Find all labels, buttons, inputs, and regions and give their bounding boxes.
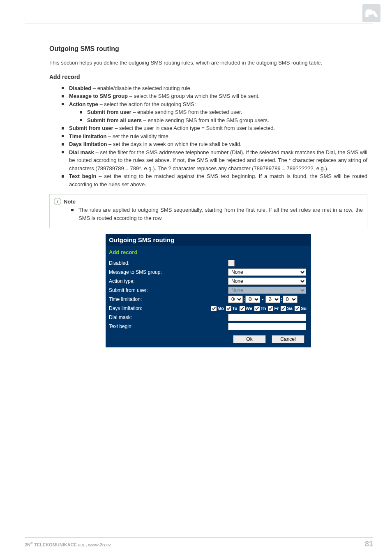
list-item: Time limitation – set the rule validity …: [69, 132, 367, 141]
day-sa-checkbox[interactable]: [281, 306, 286, 311]
subsection-heading: Add record: [49, 74, 367, 80]
field-list: Disabled – enable/disable the selected r…: [49, 84, 367, 189]
footer-text: 2N® TELEKOMUNIKACE a.s., www.2n.cz: [25, 541, 111, 547]
ok-button[interactable]: Ok: [233, 335, 266, 343]
section-heading: Outgoing SMS routing: [49, 45, 367, 53]
day-mo-checkbox[interactable]: [211, 306, 217, 311]
label-submituser: Submit from user:: [109, 287, 228, 293]
time-dash: -: [260, 296, 265, 302]
submituser-select: None: [228, 287, 306, 294]
days-group: Mo Tu We Th Fr Sa Su: [211, 306, 308, 311]
time-to-hour-select[interactable]: 24: [265, 296, 280, 303]
disabled-checkbox[interactable]: [228, 260, 235, 266]
label-textbegin: Text begin:: [109, 324, 228, 329]
day-we-checkbox[interactable]: [240, 306, 245, 311]
day-fr-label: Fr: [274, 306, 279, 311]
list-item: Text begin – set the string to be matche…: [69, 172, 367, 188]
textbegin-input[interactable]: [228, 323, 306, 330]
list-item: Message to SMS group – select the SMS gr…: [69, 92, 367, 100]
note-text: The rules are applied to outgoing SMS se…: [78, 206, 363, 222]
info-icon: i: [54, 198, 61, 205]
label-disabled: Disabled:: [109, 260, 228, 266]
cancel-button[interactable]: Cancel: [272, 335, 304, 343]
intro-paragraph: This section helps you define the outgoi…: [49, 59, 367, 67]
list-item: Submit from user – enable sending SMS fr…: [87, 108, 367, 116]
label-msggroup: Message to SMS group:: [109, 269, 228, 275]
brand-logo: [362, 4, 380, 22]
dialmask-input[interactable]: [228, 314, 306, 321]
page-number: 81: [365, 540, 373, 548]
note-label: Note: [64, 199, 76, 205]
list-item: Submit from user – select the user in ca…: [69, 124, 367, 132]
label-dialmask: Dial mask:: [109, 314, 228, 320]
time-from-min-select[interactable]: 00: [245, 296, 260, 303]
label-timelim: Time limitation:: [109, 296, 228, 302]
panel-subtitle: Add record: [106, 246, 311, 257]
day-we-label: We: [246, 306, 252, 311]
header-rule: [25, 23, 373, 23]
list-item: Action type – select the action for the …: [69, 100, 367, 125]
list-item: Disabled – enable/disable the selected r…: [69, 84, 367, 92]
time-from-hour-select[interactable]: 00: [228, 296, 243, 303]
day-tu-checkbox[interactable]: [226, 306, 231, 311]
msggroup-select[interactable]: None: [228, 268, 306, 276]
actiontype-select[interactable]: None: [228, 278, 306, 285]
day-th-label: Th: [261, 306, 266, 311]
panel-title: Outgoing SMS routing: [106, 234, 311, 246]
day-tu-label: Tu: [232, 306, 238, 311]
day-su-checkbox[interactable]: [295, 306, 300, 311]
day-sa-label: Sa: [287, 306, 292, 311]
day-fr-checkbox[interactable]: [268, 306, 273, 311]
list-item: Days limitation – set the days in a week…: [69, 140, 367, 148]
day-su-label: Su: [301, 306, 307, 311]
time-to-min-select[interactable]: 00: [283, 296, 297, 303]
footer-rule: [25, 537, 373, 538]
day-th-checkbox[interactable]: [254, 306, 260, 311]
note-box: i Note The rules are applied to outgoing…: [49, 194, 367, 228]
label-actiontype: Action type:: [109, 278, 228, 284]
day-mo-label: Mo: [217, 306, 224, 311]
routing-panel: Outgoing SMS routing Add record Disabled…: [106, 234, 311, 347]
label-dayslim: Days limitation:: [109, 305, 211, 311]
list-item: Submit from all users – enable sending S…: [87, 116, 367, 125]
list-item: Dial mask – set the filter for the SMS a…: [69, 148, 367, 173]
